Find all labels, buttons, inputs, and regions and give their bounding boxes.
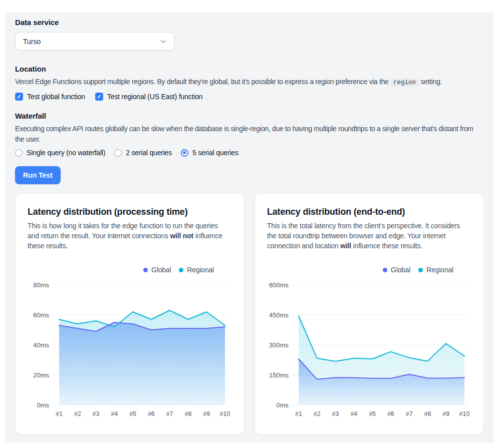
waterfall-heading: Waterfall [15, 112, 483, 120]
location-desc-pre: Vercel Edge Functions support multiple r… [15, 78, 390, 86]
data-service-select[interactable]: Turso [15, 32, 174, 51]
svg-text:#6: #6 [387, 410, 394, 417]
radio-label: 2 serial queries [126, 149, 172, 157]
svg-text:0ms: 0ms [276, 401, 289, 409]
chart-desc-post: influence these results. [351, 242, 422, 250]
location-checkbox-group: ✓ Test global function ✓ Test regional (… [15, 93, 483, 101]
legend-label: Global [391, 266, 410, 274]
chart-description: This is the total latency from the clien… [267, 221, 465, 251]
location-heading: Location [15, 65, 483, 73]
svg-text:#5: #5 [369, 410, 376, 417]
global-dot-icon [383, 268, 387, 272]
waterfall-radio-group: Single query (no waterfall) 2 serial que… [15, 149, 483, 157]
card-end-to-end: Latency distribution (end-to-end) This i… [255, 193, 484, 435]
global-dot-icon [143, 268, 148, 272]
legend-item-global: Global [143, 266, 171, 274]
checkbox-icon[interactable]: ✓ [15, 93, 23, 101]
svg-text:#3: #3 [93, 410, 100, 417]
svg-text:#1: #1 [56, 410, 63, 417]
radio-2-serial-queries[interactable]: 2 serial queries [114, 149, 172, 157]
regional-dot-icon [418, 268, 423, 272]
svg-text:#3: #3 [332, 410, 339, 417]
chart-title: Latency distribution (processing time) [28, 206, 232, 218]
run-test-button[interactable]: Run Test [15, 166, 61, 184]
radio-5-serial-queries[interactable]: 5 serial queries [181, 149, 238, 157]
radio-label: Single query (no waterfall) [27, 149, 105, 157]
main-panel: Data service Turso Location Vercel Edge … [5, 13, 493, 443]
svg-text:#2: #2 [74, 410, 81, 417]
chart-legend: Global Regional [28, 266, 214, 274]
svg-text:60ms: 60ms [33, 311, 49, 319]
chart-desc-bold: will not [170, 232, 193, 240]
svg-text:20ms: 20ms [33, 371, 49, 379]
svg-text:300ms: 300ms [269, 341, 289, 349]
svg-text:#9: #9 [203, 410, 210, 417]
svg-text:450ms: 450ms [269, 311, 289, 319]
data-service-heading: Data service [15, 18, 483, 27]
checkbox-test-regional-function[interactable]: ✓ Test regional (US East) function [95, 93, 202, 101]
location-desc-post: setting. [419, 78, 442, 86]
radio-icon[interactable] [181, 149, 188, 157]
radio-label: 5 serial queries [192, 149, 238, 157]
radio-single-query[interactable]: Single query (no waterfall) [15, 149, 105, 157]
chart-desc-bold: will [340, 242, 351, 250]
legend-item-regional: Regional [418, 266, 453, 274]
svg-text:#10: #10 [220, 410, 230, 417]
legend-label: Regional [426, 266, 453, 274]
radio-icon[interactable] [15, 149, 23, 157]
chart-description: This is how long it takes for the edge f… [28, 221, 226, 251]
checkbox-label: Test regional (US East) function [107, 93, 202, 101]
checkbox-label: Test global function [27, 93, 85, 101]
svg-text:#7: #7 [166, 410, 173, 417]
regional-dot-icon [179, 268, 183, 272]
svg-text:#9: #9 [442, 410, 449, 417]
card-processing-time: Latency distribution (processing time) T… [15, 193, 244, 435]
svg-text:#7: #7 [406, 410, 413, 417]
chart-title: Latency distribution (end-to-end) [267, 206, 471, 218]
svg-text:#4: #4 [111, 410, 118, 417]
svg-text:#8: #8 [424, 410, 431, 417]
svg-text:0ms: 0ms [37, 401, 49, 409]
checkbox-icon[interactable]: ✓ [95, 93, 103, 101]
checkbox-test-global-function[interactable]: ✓ Test global function [15, 93, 85, 101]
radio-icon[interactable] [114, 149, 122, 157]
region-code-chip: region [390, 79, 419, 87]
svg-text:#5: #5 [129, 410, 136, 417]
charts-row: Latency distribution (processing time) T… [15, 193, 483, 435]
svg-text:#6: #6 [148, 410, 155, 417]
svg-text:#8: #8 [184, 410, 191, 417]
legend-label: Global [151, 266, 171, 274]
svg-text:150ms: 150ms [269, 371, 289, 379]
end-to-end-area-chart[interactable]: 0ms150ms300ms450ms600ms#1#2#3#4#5#6#7#8#… [267, 277, 472, 421]
chevron-down-icon [159, 38, 167, 46]
svg-text:#2: #2 [314, 410, 321, 417]
svg-text:#10: #10 [459, 410, 470, 417]
svg-text:600ms: 600ms [269, 281, 289, 289]
legend-item-regional: Regional [179, 266, 214, 274]
legend-label: Regional [187, 266, 214, 274]
legend-item-global: Global [383, 266, 410, 274]
processing-time-area-chart[interactable]: 0ms20ms40ms60ms80ms#1#2#3#4#5#6#7#8#9#10 [28, 277, 233, 421]
chart-legend: Global Regional [267, 266, 453, 274]
data-service-selected-value: Turso [23, 38, 41, 46]
waterfall-description: Executing complex API routes globally ca… [15, 124, 483, 145]
location-description: Vercel Edge Functions support multiple r… [15, 77, 483, 88]
svg-text:#4: #4 [350, 410, 357, 417]
svg-text:#1: #1 [295, 410, 302, 417]
svg-text:40ms: 40ms [33, 341, 49, 349]
svg-text:80ms: 80ms [33, 281, 49, 289]
